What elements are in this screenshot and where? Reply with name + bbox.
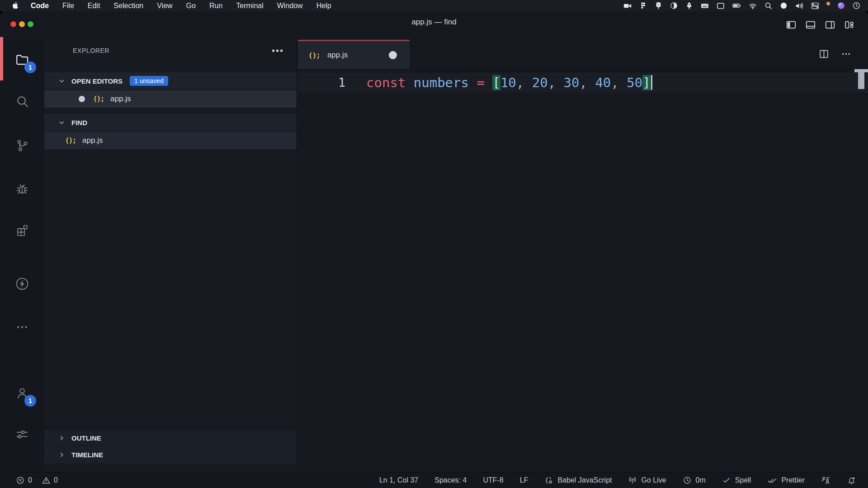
toggle-secondary-sidebar-icon[interactable] [824,19,836,31]
menu-view[interactable]: View [157,2,172,10]
activity-accounts[interactable]: 1 [12,383,32,403]
spotlight-search-icon[interactable] [764,1,773,10]
javascript-file-icon: (); [93,95,104,103]
code-line[interactable]: 1const numbers = [10, 20, 30, 40, 50] [297,73,868,93]
folder-section-header[interactable]: FIND [44,114,297,131]
rocket-icon[interactable] [685,1,693,10]
status-spell[interactable]: Spell [722,476,751,485]
chevron-down-icon [58,119,66,127]
outline-label: OUTLINE [71,434,101,442]
explorer-sidebar: EXPLORER ••• OPEN EDITORS 1 unsaved ();a… [44,40,297,473]
keyboard-icon[interactable] [700,1,709,10]
toggle-panel-icon[interactable] [805,19,816,31]
battery-icon[interactable] [732,1,741,10]
file-item[interactable]: ();app.js [44,132,297,149]
status-language-mode[interactable]: Babel JavaScript [544,476,612,485]
vscode-window: app.js — find 11 EXPLORER ••• OPEN EDIT [0,11,868,488]
scrollbar-slider[interactable] [858,72,864,89]
open-editors-label: OPEN EDITORS [71,77,123,85]
figma-icon[interactable] [639,1,647,10]
layout-controls [785,19,868,31]
code-editor[interactable]: 1const numbers = [10, 20, 30, 40, 50] [297,69,868,473]
status-collaboration[interactable] [821,476,830,485]
tab-appjs[interactable]: (); app.js [298,40,410,69]
app-menus: Code FileEditSelectionViewGoRunTerminalW… [31,2,331,10]
chevron-right-icon [58,434,66,442]
status-go-live[interactable]: Go Live [628,476,666,485]
menu-go[interactable]: Go [186,2,196,10]
open-editors-section-header[interactable]: OPEN EDITORS 1 unsaved [44,72,297,89]
window-title-bar[interactable]: app.js — find [0,11,868,40]
menu-help[interactable]: Help [316,2,331,10]
window-manager-icon[interactable] [716,1,725,10]
volume-icon[interactable] [795,1,804,10]
clock-icon[interactable] [852,1,861,10]
chevron-right-icon [58,451,66,459]
screen: Code FileEditSelectionViewGoRunTerminalW… [0,0,868,488]
status-timer[interactable]: 0m [683,476,706,485]
menu-edit[interactable]: Edit [88,2,100,10]
status-notifications[interactable] [847,476,856,485]
modified-indicator-dot[interactable] [389,51,397,59]
customize-layout-icon[interactable] [844,19,855,31]
error-icon [16,476,25,485]
status-items: Ln 1, Col 37Spaces: 4UTF-8LFBabel JavaSc… [363,475,868,485]
siri-icon[interactable] [837,1,845,10]
screen-recording-icon[interactable] [623,1,632,10]
menu-terminal[interactable]: Terminal [236,2,263,10]
sidebar-header: EXPLORER ••• [44,40,297,61]
active-item-indicator [0,37,3,80]
accounts-badge: 1 [24,395,36,407]
split-editor-icon[interactable] [818,48,830,60]
status-encoding[interactable]: UTF-8 [483,476,503,484]
wifi-icon[interactable] [748,1,757,10]
explorer-badge: 1 [24,61,36,73]
timeline-section-header[interactable]: TIMELINE [44,446,297,463]
problems-status[interactable]: 00 [16,476,58,485]
editor-actions [818,40,868,68]
focus-icon[interactable] [779,1,788,10]
status-errors[interactable]: 0 [16,476,32,485]
menubar-status-icons [623,1,868,10]
macos-menu-bar: Code FileEditSelectionViewGoRunTerminalW… [0,0,868,12]
sidebar-title: EXPLORER [73,47,109,54]
toggle-primary-sidebar-icon[interactable] [785,19,797,31]
javascript-file-icon: (); [65,136,76,145]
menu-code[interactable]: Code [31,2,49,10]
chevron-down-icon [58,77,66,85]
menu-window[interactable]: Window [277,2,303,10]
menu-file[interactable]: File [62,2,74,10]
activity-run-debug[interactable] [12,179,32,199]
workbench: 11 EXPLORER ••• OPEN EDITORS 1 unsaved (… [0,40,868,473]
tab-bar: (); app.js [297,40,868,70]
broadcast-icon [628,476,637,485]
status-prettier[interactable]: Prettier [767,475,805,485]
activity-live-server[interactable] [12,274,32,294]
menu-selection[interactable]: Selection [113,2,143,10]
menu-run[interactable]: Run [209,2,222,10]
control-center-icon[interactable] [811,1,820,10]
activity-extensions[interactable] [12,221,32,240]
open-editor-item[interactable]: ();app.js [44,90,297,108]
more-actions-icon[interactable] [840,48,852,60]
status-indentation[interactable]: Spaces: 4 [434,476,467,484]
mic-indicator-icon[interactable] [826,2,830,5]
minimap[interactable] [854,69,868,96]
status-eol[interactable]: LF [520,476,528,484]
modified-indicator-dot [79,96,85,102]
status-bar: 00 Ln 1, Col 37Spaces: 4UTF-8LFBabel Jav… [0,472,868,488]
activity-source-control[interactable] [12,136,32,155]
apple-menu-icon[interactable] [11,2,19,9]
timeline-label: TIMELINE [71,451,103,459]
status-cursor-position[interactable]: Ln 1, Col 37 [379,476,418,484]
activity-search[interactable] [12,91,32,111]
activity-more[interactable] [12,317,32,337]
paddle-icon[interactable] [654,1,663,10]
activity-settings[interactable] [12,424,32,444]
activity-explorer[interactable]: 1 [12,50,32,70]
javascript-file-icon: (); [308,51,320,60]
status-warnings[interactable]: 0 [42,476,58,485]
contrast-icon[interactable] [670,1,678,10]
outline-section-header[interactable]: OUTLINE [44,428,297,446]
more-actions-icon[interactable]: ••• [272,48,284,53]
